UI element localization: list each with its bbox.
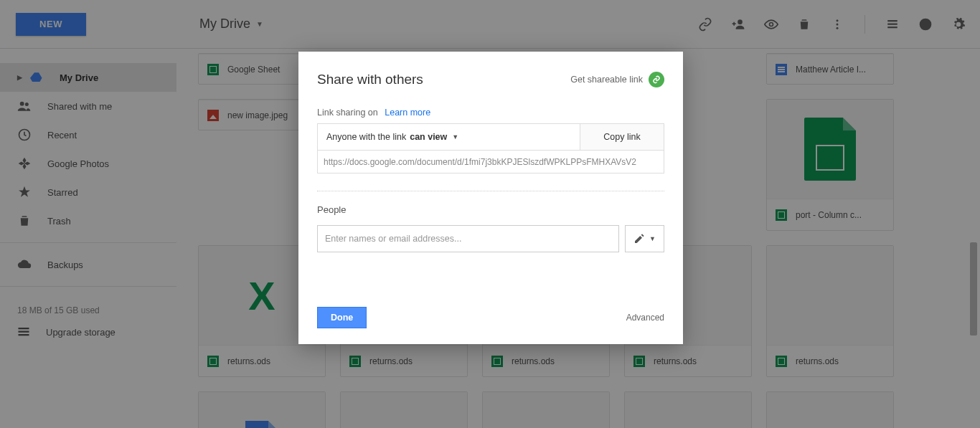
- copy-link-button[interactable]: Copy link: [580, 124, 664, 150]
- get-link-label: Get shareable link: [570, 75, 643, 85]
- dialog-title: Share with others: [317, 72, 423, 87]
- link-sharing-status: Link sharing on Learn more: [317, 108, 664, 118]
- people-label: People: [317, 204, 664, 215]
- permission-level: can view: [410, 132, 447, 142]
- get-shareable-link[interactable]: Get shareable link: [570, 72, 664, 87]
- divider: [317, 191, 664, 191]
- permission-prefix: Anyone with the link: [326, 132, 406, 142]
- advanced-link[interactable]: Advanced: [626, 313, 664, 323]
- permission-selector[interactable]: Anyone with the link can view ▼: [318, 124, 580, 150]
- done-button[interactable]: Done: [317, 307, 367, 328]
- link-icon: [649, 72, 664, 87]
- pencil-icon: [633, 233, 645, 244]
- learn-more-link[interactable]: Learn more: [385, 108, 430, 118]
- share-url[interactable]: https://docs.google.com/document/d/1fmi7…: [317, 151, 664, 173]
- chevron-down-icon: ▼: [649, 235, 656, 242]
- share-dialog: Share with others Get shareable link Lin…: [298, 52, 683, 344]
- chevron-down-icon: ▼: [452, 133, 458, 141]
- people-permission-dropdown[interactable]: ▼: [625, 225, 664, 252]
- people-input[interactable]: [317, 225, 619, 252]
- permission-row: Anyone with the link can view ▼ Copy lin…: [317, 123, 664, 151]
